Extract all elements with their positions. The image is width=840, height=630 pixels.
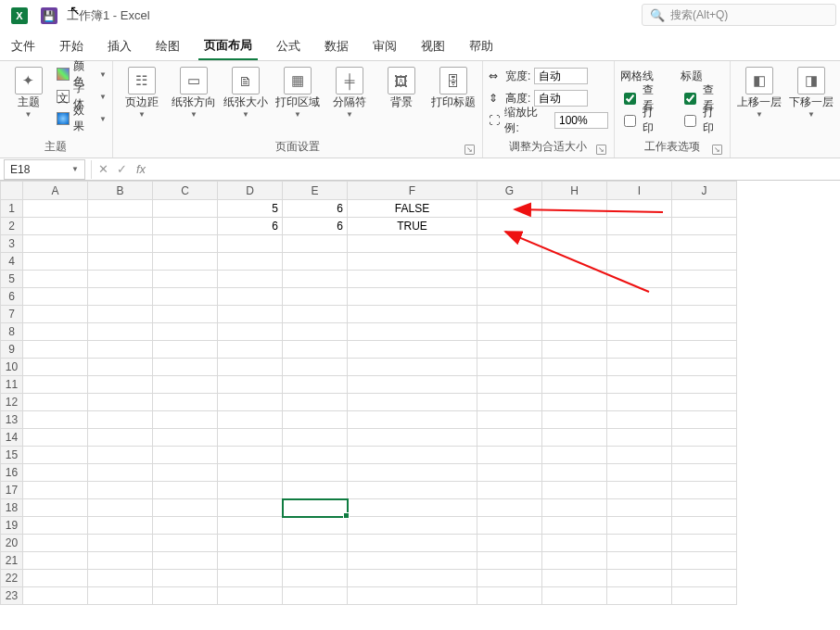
row-header-2[interactable]: 2 — [1, 218, 23, 235]
cell-A5[interactable] — [23, 271, 88, 288]
cell-B12[interactable] — [88, 394, 153, 411]
cell-B10[interactable] — [88, 359, 153, 376]
cell-C1[interactable] — [153, 200, 218, 218]
cell-C20[interactable] — [153, 535, 218, 552]
cell-E2[interactable]: 6 — [283, 218, 348, 235]
cell-J22[interactable] — [672, 570, 737, 587]
cell-A2[interactable] — [23, 218, 88, 235]
cell-B14[interactable] — [88, 429, 153, 447]
cell-J6[interactable] — [672, 288, 737, 306]
row-header-20[interactable]: 20 — [1, 535, 23, 552]
cell-G20[interactable] — [477, 535, 542, 552]
headings-print-checkbox[interactable]: 打印 — [681, 105, 724, 136]
tab-insert[interactable]: 插入 — [102, 32, 137, 59]
cell-F11[interactable] — [348, 376, 477, 394]
cell-H23[interactable] — [542, 587, 607, 605]
cell-F4[interactable] — [348, 253, 477, 271]
cell-E22[interactable] — [283, 570, 348, 587]
cell-E23[interactable] — [283, 587, 348, 605]
cell-G19[interactable] — [477, 517, 542, 535]
row-header-14[interactable]: 14 — [1, 429, 23, 447]
cell-F14[interactable] — [348, 429, 477, 447]
cell-G23[interactable] — [477, 587, 542, 605]
cell-B9[interactable] — [88, 341, 153, 359]
cell-E5[interactable] — [283, 271, 348, 288]
cell-F19[interactable] — [348, 517, 477, 535]
cell-C2[interactable] — [153, 218, 218, 235]
fx-icon[interactable]: fx — [131, 162, 151, 176]
cell-C12[interactable] — [153, 394, 218, 411]
tab-review[interactable]: 审阅 — [367, 32, 402, 59]
cell-B2[interactable] — [88, 218, 153, 235]
tab-draw[interactable]: 绘图 — [150, 32, 185, 59]
cell-G13[interactable] — [477, 411, 542, 429]
cell-D23[interactable] — [218, 587, 283, 605]
cell-E20[interactable] — [283, 535, 348, 552]
row-header-15[interactable]: 15 — [1, 447, 23, 464]
cell-I7[interactable] — [607, 306, 672, 323]
cell-F9[interactable] — [348, 341, 477, 359]
cell-J16[interactable] — [672, 464, 737, 482]
cell-H6[interactable] — [542, 288, 607, 306]
cell-I13[interactable] — [607, 411, 672, 429]
cell-A11[interactable] — [23, 376, 88, 394]
cell-D19[interactable] — [218, 517, 283, 535]
cell-G3[interactable] — [477, 235, 542, 253]
cell-H13[interactable] — [542, 411, 607, 429]
cell-G1[interactable] — [477, 200, 542, 218]
cell-B17[interactable] — [88, 482, 153, 499]
cell-E13[interactable] — [283, 411, 348, 429]
cell-C9[interactable] — [153, 341, 218, 359]
cell-A18[interactable] — [23, 499, 88, 517]
cell-E14[interactable] — [283, 429, 348, 447]
cell-D8[interactable] — [218, 323, 283, 341]
row-header-1[interactable]: 1 — [1, 200, 23, 218]
col-header-C[interactable]: C — [153, 182, 218, 200]
cell-G7[interactable] — [477, 306, 542, 323]
row-header-3[interactable]: 3 — [1, 235, 23, 253]
cell-B19[interactable] — [88, 517, 153, 535]
col-header-F[interactable]: F — [348, 182, 477, 200]
cell-D18[interactable] — [218, 499, 283, 517]
row-header-21[interactable]: 21 — [1, 552, 23, 570]
cell-A17[interactable] — [23, 482, 88, 499]
scale-input[interactable] — [554, 112, 608, 129]
cell-J10[interactable] — [672, 359, 737, 376]
cell-B7[interactable] — [88, 306, 153, 323]
cell-C18[interactable] — [153, 499, 218, 517]
cell-H20[interactable] — [542, 535, 607, 552]
cell-F6[interactable] — [348, 288, 477, 306]
row-header-23[interactable]: 23 — [1, 587, 23, 605]
cell-G12[interactable] — [477, 394, 542, 411]
col-header-H[interactable]: H — [542, 182, 607, 200]
cell-H14[interactable] — [542, 429, 607, 447]
cell-G22[interactable] — [477, 570, 542, 587]
cell-I4[interactable] — [607, 253, 672, 271]
cell-D16[interactable] — [218, 464, 283, 482]
cell-B8[interactable] — [88, 323, 153, 341]
row-header-10[interactable]: 10 — [1, 359, 23, 376]
cell-I23[interactable] — [607, 587, 672, 605]
cell-J19[interactable] — [672, 517, 737, 535]
cell-F16[interactable] — [348, 464, 477, 482]
size-button[interactable]: 🗎纸张大小▼ — [223, 65, 269, 119]
cell-G16[interactable] — [477, 464, 542, 482]
cell-J9[interactable] — [672, 341, 737, 359]
cell-J2[interactable] — [672, 218, 737, 235]
cell-B21[interactable] — [88, 552, 153, 570]
cell-J8[interactable] — [672, 323, 737, 341]
cell-H4[interactable] — [542, 253, 607, 271]
col-header-G[interactable]: G — [477, 182, 542, 200]
cell-F12[interactable] — [348, 394, 477, 411]
cell-A12[interactable] — [23, 394, 88, 411]
cell-F22[interactable] — [348, 570, 477, 587]
cell-G15[interactable] — [477, 447, 542, 464]
cell-G11[interactable] — [477, 376, 542, 394]
cell-F5[interactable] — [348, 271, 477, 288]
cell-F2[interactable]: TRUE — [348, 218, 477, 235]
cell-G21[interactable] — [477, 552, 542, 570]
cell-D4[interactable] — [218, 253, 283, 271]
cell-D13[interactable] — [218, 411, 283, 429]
cell-H11[interactable] — [542, 376, 607, 394]
cell-G6[interactable] — [477, 288, 542, 306]
